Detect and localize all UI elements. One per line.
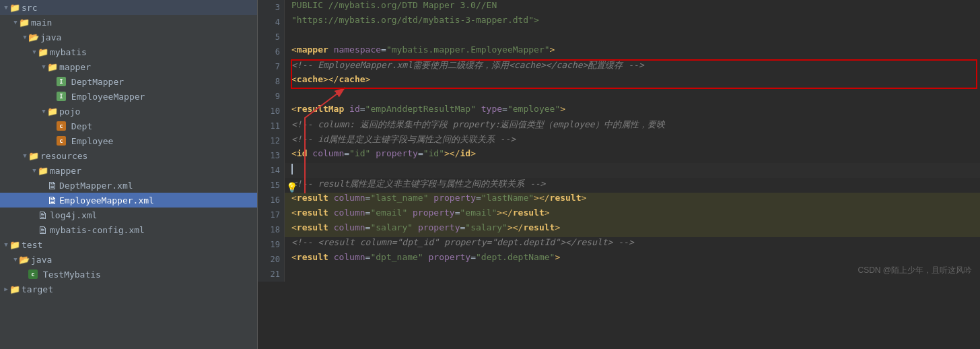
sidebar-item-DeptMapper[interactable]: ▶ I DeptMapper bbox=[0, 74, 257, 89]
code-line-15: 15 <!-- result属性是定义非主键字段与属性之间的关联关系 --> bbox=[258, 178, 980, 193]
folder-icon: 📁 bbox=[19, 17, 30, 28]
chevron-down-icon: ▼ bbox=[3, 241, 9, 248]
chevron-right-icon: ▶ bbox=[3, 286, 9, 292]
line-number-3: 3 bbox=[258, 0, 285, 15]
code-content-15: <!-- result属性是定义非主键字段与属性之间的关联关系 --> bbox=[285, 178, 980, 193]
sidebar-item-label: EmployeeMapper bbox=[71, 92, 145, 102]
sidebar-item-label: Employee bbox=[71, 136, 114, 146]
code-content-7: <!-- EmployeeMapper.xml需要使用二级缓存，添用<cache… bbox=[285, 59, 980, 74]
sidebar-item-Dept[interactable]: ▶ c Dept bbox=[0, 119, 257, 133]
line-number-14: 14 bbox=[258, 163, 285, 178]
sidebar-item-java-test[interactable]: ▼ 📂 java bbox=[0, 252, 257, 267]
code-line-6: 6 <mapper namespace="mybatis.mapper.Empl… bbox=[258, 44, 980, 59]
code-content-6: <mapper namespace="mybatis.mapper.Employ… bbox=[285, 44, 980, 59]
code-line-16: 16 <result column="last_name" property="… bbox=[258, 193, 980, 208]
sidebar-item-mybatis[interactable]: ▼ 📁 mybatis bbox=[0, 44, 257, 59]
sidebar-item-label: target bbox=[22, 284, 53, 294]
line-number-10: 10 bbox=[258, 104, 285, 119]
folder-blue-icon: 📂 bbox=[19, 254, 30, 265]
sidebar-item-resources[interactable]: ▼ 📁 resources bbox=[0, 148, 257, 163]
sidebar-item-mapper[interactable]: ▼ 📁 mapper bbox=[0, 59, 257, 74]
code-line-12: 12 <!-- id属性是定义主键字段与属性之间的关联关系 --> bbox=[258, 133, 980, 148]
sidebar-item-label: mybatis bbox=[50, 47, 87, 57]
code-content-16: <result column="last_name" property="las… bbox=[285, 193, 980, 208]
line-number-17: 17 bbox=[258, 208, 285, 222]
chevron-down-icon: ▼ bbox=[40, 63, 47, 70]
file-tree[interactable]: ▼ 📁 src ▼ 📁 main ▼ 📂 java ▼ 📁 mybatis ▼ … bbox=[0, 0, 258, 349]
sidebar-item-java[interactable]: ▼ 📂 java bbox=[0, 30, 257, 44]
code-content-18: <result column="salary" property="salary… bbox=[285, 222, 980, 237]
xml-file-icon: 🗎 bbox=[38, 209, 48, 222]
sidebar-item-label: main bbox=[31, 18, 52, 28]
line-number-16: 16 bbox=[258, 193, 285, 208]
code-content-8: <cache></cache> bbox=[285, 74, 980, 89]
code-line-19: 19 <!-- <result column="dpt_id" property… bbox=[258, 237, 980, 252]
code-line-10: 10 <resultMap id="empAnddeptResultMap" t… bbox=[258, 104, 980, 119]
code-line-8: 8 <cache></cache> bbox=[258, 74, 980, 89]
xml-file-icon: 🗎 bbox=[38, 224, 48, 236]
sidebar-item-label: EmployeeMapper.xml bbox=[59, 195, 154, 205]
sidebar-item-TestMybatis[interactable]: ▶ c TestMybatis bbox=[0, 267, 257, 282]
line-number-4: 4 bbox=[258, 15, 285, 30]
code-editor: 💡 3 PUBLIC //mybatis.org/DTD Mapper 3.0/… bbox=[258, 0, 980, 349]
code-content-11: <!-- column: 返回的结果集中的字段 property:返回值类型（e… bbox=[285, 119, 980, 133]
sidebar-item-src[interactable]: ▼ 📁 src bbox=[0, 0, 257, 15]
interface-icon: I bbox=[57, 77, 66, 86]
sidebar-item-log4j-xml[interactable]: ▶ 🗎 log4j.xml bbox=[0, 208, 257, 222]
folder-icon: 📁 bbox=[28, 150, 39, 161]
chevron-down-icon: ▼ bbox=[22, 34, 28, 40]
sidebar-item-EmployeeMapper[interactable]: ▶ I EmployeeMapper bbox=[0, 89, 257, 104]
sidebar-item-label: java bbox=[40, 32, 61, 42]
sidebar-item-DeptMapper-xml[interactable]: ▶ 🗎 DeptMapper.xml bbox=[0, 178, 257, 193]
sidebar-item-Employee[interactable]: ▶ c Employee bbox=[0, 133, 257, 148]
chevron-down-icon: ▼ bbox=[12, 256, 19, 263]
chevron-down-icon: ▼ bbox=[12, 19, 19, 26]
folder-icon: 📁 bbox=[38, 46, 48, 57]
sidebar-item-mybatis-config-xml[interactable]: ▶ 🗎 mybatis-config.xml bbox=[0, 222, 257, 237]
folder-icon: 📁 bbox=[9, 284, 20, 294]
code-line-11: 11 <!-- column: 返回的结果集中的字段 property:返回值类… bbox=[258, 119, 980, 133]
line-number-12: 12 bbox=[258, 133, 285, 148]
chevron-down-icon: ▼ bbox=[31, 49, 38, 55]
code-line-7: 7 <!-- EmployeeMapper.xml需要使用二级缓存，添用<cac… bbox=[258, 59, 980, 74]
folder-blue-icon: 📂 bbox=[28, 32, 39, 42]
folder-icon: 📁 bbox=[47, 106, 58, 117]
code-content-17: <result column="email" property="email">… bbox=[285, 208, 980, 222]
chevron-down-icon: ▼ bbox=[31, 167, 38, 174]
interface-icon: I bbox=[57, 92, 66, 101]
code-line-13: 13 <id column="id" property="id"></id> bbox=[258, 148, 980, 163]
xml-file-icon: 🗎 bbox=[47, 179, 58, 192]
class-icon: c bbox=[57, 121, 66, 131]
line-number-6: 6 bbox=[258, 44, 285, 59]
line-number-15: 15 bbox=[258, 178, 285, 193]
sidebar-item-label: mapper bbox=[50, 166, 81, 176]
sidebar-item-label: log4j.xml bbox=[50, 210, 97, 220]
sidebar-item-label: pojo bbox=[59, 106, 80, 117]
xml-file-icon: 🗎 bbox=[47, 194, 58, 207]
code-line-17: 17 <result column="email" property="emai… bbox=[258, 208, 980, 222]
sidebar-item-mapper-res[interactable]: ▼ 📁 mapper bbox=[0, 163, 257, 178]
sidebar-item-label: java bbox=[31, 255, 52, 265]
folder-icon: 📁 bbox=[9, 239, 20, 250]
sidebar-item-label: mapper bbox=[59, 62, 91, 72]
sidebar-item-main[interactable]: ▼ 📁 main bbox=[0, 15, 257, 30]
code-content-5 bbox=[285, 30, 980, 44]
line-number-13: 13 bbox=[258, 148, 285, 163]
line-number-19: 19 bbox=[258, 237, 285, 252]
folder-icon: 📁 bbox=[9, 2, 20, 13]
sidebar-item-EmployeeMapper-xml[interactable]: ▶ 🗎 EmployeeMapper.xml bbox=[0, 193, 257, 208]
sidebar-item-label: Dept bbox=[71, 121, 92, 131]
line-number-9: 9 bbox=[258, 89, 285, 104]
sidebar-item-pojo[interactable]: ▼ 📁 pojo bbox=[0, 104, 257, 119]
sidebar-item-test[interactable]: ▼ 📁 test bbox=[0, 237, 257, 252]
code-content-13: <id column="id" property="id"></id> bbox=[285, 148, 980, 163]
code-line-5: 5 bbox=[258, 30, 980, 44]
sidebar-item-label: mybatis-config.xml bbox=[50, 225, 145, 235]
code-content-3: PUBLIC //mybatis.org/DTD Mapper 3.0//EN bbox=[285, 0, 980, 15]
sidebar-item-target[interactable]: ▶ 📁 target bbox=[0, 282, 257, 296]
watermark: CSDN @陌上少年，且听这风吟 bbox=[858, 265, 972, 276]
sidebar-item-label: resources bbox=[40, 151, 88, 161]
test-icon: c bbox=[28, 269, 38, 279]
code-content-19: <!-- <result column="dpt_id" property="d… bbox=[285, 237, 980, 252]
code-line-4: 4 "https://mybatis.org/dtd/mybatis-3-map… bbox=[258, 15, 980, 30]
